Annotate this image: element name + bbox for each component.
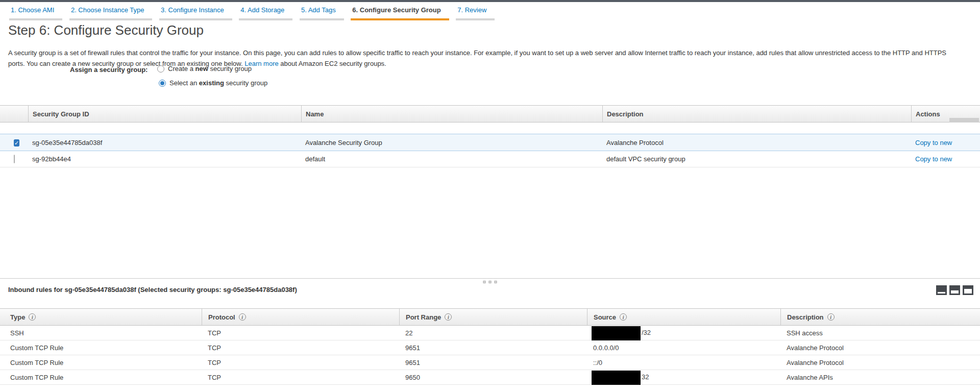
console-top-border [0, 0, 980, 2]
checkbox-unchecked[interactable] [14, 155, 15, 163]
column-header-protocol: Protocol [208, 313, 235, 321]
label-part: Select an [169, 79, 199, 87]
tab-choose-instance-type[interactable]: 2. Choose Instance Type [69, 6, 153, 20]
security-group-description: Avalanche Protocol [602, 139, 911, 146]
checkbox-checked[interactable] [14, 139, 19, 146]
radio-create-new-security-group[interactable]: Create a new security group [157, 65, 252, 72]
rule-source-suffix: /32 [642, 329, 651, 336]
radio-select-label: Select an existing security group [169, 79, 267, 87]
description-text-2: about Amazon EC2 security groups. [280, 60, 386, 67]
info-icon[interactable] [827, 313, 835, 321]
label-part: security group [224, 79, 267, 87]
description-text: A security group is a set of firewall ru… [8, 49, 946, 67]
info-icon[interactable] [239, 313, 246, 321]
radio-unselected-icon[interactable] [157, 65, 164, 72]
tab-review[interactable]: 7. Review [456, 6, 495, 20]
tab-add-storage[interactable]: 4. Add Storage [239, 6, 292, 20]
column-header-source: Source [594, 313, 616, 321]
rule-source-suffix: 32 [642, 373, 649, 381]
row-checkbox-cell [0, 155, 28, 163]
rule-type: Custom TCP Rule [0, 374, 202, 381]
info-icon[interactable] [29, 313, 36, 321]
checkbox-column-header [0, 106, 28, 122]
redacted-ip [592, 326, 641, 340]
drag-handle-icon[interactable] [483, 281, 497, 283]
table-row[interactable]: sg-92bb44e4 default default VPC security… [0, 151, 980, 167]
rule-source: ::/0 [587, 359, 780, 366]
rule-type: SSH [0, 329, 202, 337]
pane-size-large-icon[interactable] [963, 285, 973, 295]
rule-protocol: TCP [202, 344, 399, 352]
security-groups-table-header: Security Group ID Name Description Actio… [0, 105, 980, 122]
rule-description: Avalanche Protocol [780, 344, 980, 352]
row-checkbox-cell [0, 139, 28, 146]
security-group-id: sg-05e35e44785da038f [28, 139, 301, 146]
rule-type: Custom TCP Rule [0, 344, 202, 352]
info-icon[interactable] [445, 313, 452, 321]
split-pane-divider [0, 278, 980, 285]
column-header-name: Name [301, 106, 602, 122]
inbound-rule-row: Custom TCP Rule TCP 9650 32 Avalanche AP… [0, 370, 980, 385]
rule-port-range: 22 [399, 329, 587, 337]
rule-port-range: 9651 [399, 359, 587, 366]
security-group-name: Avalanche Security Group [301, 139, 602, 146]
pane-size-small-icon[interactable] [936, 285, 947, 295]
column-header-security-group-id: Security Group ID [28, 106, 301, 122]
label-part-bold: existing [199, 79, 224, 87]
rule-description: SSH access [780, 329, 980, 337]
tab-configure-instance[interactable]: 3. Configure Instance [159, 6, 232, 20]
copy-to-new-link[interactable]: Copy to new [915, 139, 952, 146]
label-part-bold: new [195, 65, 208, 72]
copy-to-new-link[interactable]: Copy to new [915, 155, 952, 163]
column-header-rule-description: Description [787, 313, 824, 321]
security-groups-table: Security Group ID Name Description Actio… [0, 105, 980, 167]
rule-protocol: TCP [202, 374, 399, 381]
wizard-steps-nav: 1. Choose AMI 2. Choose Instance Type 3.… [9, 6, 500, 20]
rule-port-range: 9651 [399, 344, 587, 352]
rule-description: Avalanche APIs [780, 374, 980, 381]
tab-add-tags[interactable]: 5. Add Tags [300, 6, 344, 20]
info-icon[interactable] [620, 313, 627, 321]
table-row[interactable]: sg-05e35e44785da038f Avalanche Security … [0, 134, 980, 151]
rule-type: Custom TCP Rule [0, 359, 202, 366]
pane-size-medium-icon[interactable] [949, 285, 960, 295]
rule-protocol: TCP [202, 359, 399, 366]
redacted-ip [592, 371, 641, 385]
radio-create-label: Create a new security group [168, 65, 252, 72]
rule-source: 0.0.0.0/0 [587, 344, 780, 352]
security-group-name: default [301, 155, 602, 163]
inbound-rule-row: Custom TCP Rule TCP 9651 ::/0 Avalanche … [0, 355, 980, 370]
column-header-description: Description [602, 106, 911, 122]
inbound-rule-row: SSH TCP 22 /32 SSH access [0, 326, 980, 340]
column-header-port-range: Port Range [406, 313, 441, 321]
assign-security-group-label: Assign a security group: [70, 66, 148, 74]
radio-select-existing-security-group[interactable]: Select an existing security group [159, 79, 267, 87]
page-title: Step 6: Configure Security Group [8, 22, 204, 38]
scrollbar-corner [949, 118, 979, 122]
rule-port-range: 9650 [399, 374, 587, 381]
security-group-id: sg-92bb44e4 [28, 155, 301, 163]
pane-size-controls [936, 285, 973, 295]
inbound-rules-table-header: Type Protocol Port Range Source Descript… [0, 308, 980, 326]
inbound-rule-row: Custom TCP Rule TCP 9651 0.0.0.0/0 Avala… [0, 340, 980, 355]
inbound-rules-table: Type Protocol Port Range Source Descript… [0, 308, 980, 385]
tab-configure-security-group[interactable]: 6. Configure Security Group [351, 6, 449, 20]
radio-selected-icon[interactable] [159, 80, 166, 87]
security-group-description: default VPC security group [602, 155, 911, 163]
page-description: A security group is a set of firewall ru… [8, 47, 962, 69]
tab-choose-ami[interactable]: 1. Choose AMI [9, 6, 62, 20]
rule-source: 32 [587, 373, 780, 381]
rule-protocol: TCP [202, 329, 399, 337]
rule-description: Avalanche Protocol [780, 359, 980, 366]
label-part: security group [208, 65, 252, 72]
column-header-type: Type [10, 313, 25, 321]
label-part: Create a [168, 65, 195, 72]
inbound-rules-title: Inbound rules for sg-05e35e44785da038f (… [8, 286, 297, 293]
rule-source: /32 [587, 329, 780, 337]
security-groups-table-body: sg-05e35e44785da038f Avalanche Security … [0, 134, 980, 167]
